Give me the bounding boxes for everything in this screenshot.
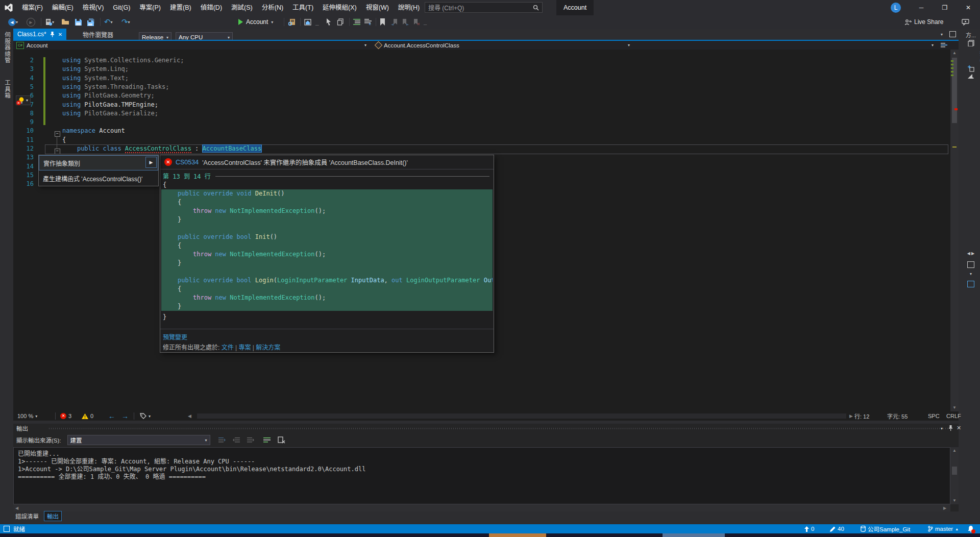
scroll-up-icon[interactable]: ▲ (950, 50, 959, 57)
pin-icon[interactable] (50, 32, 55, 37)
redo-icon[interactable]: ↷▾ (121, 17, 130, 27)
outgoing-commits[interactable]: 0 (804, 524, 814, 533)
start-debugging-button[interactable]: Account▾ (238, 17, 273, 27)
tab-object-browser[interactable]: 物件瀏覽器 (78, 29, 118, 40)
open-folder-icon[interactable] (61, 17, 69, 27)
add-item-icon[interactable] (962, 65, 980, 72)
search-tab[interactable]: 搜尋 (968, 50, 980, 63)
hscroll-left-icon[interactable]: ◀ (188, 411, 191, 421)
quick-search-box[interactable]: 搜尋 (Ctrl+Q) (425, 2, 543, 13)
solution-explorer-home-icon[interactable] (304, 17, 311, 27)
fix-in-document-link[interactable]: 文件 (222, 344, 234, 351)
clear-bookmarks-icon[interactable] (413, 17, 420, 27)
menu-item-Git(G)[interactable]: Git(G) (108, 0, 135, 15)
maximize-button[interactable]: ❐ (933, 0, 957, 15)
output-horizontal-scrollbar[interactable]: ◀ ▶ (13, 504, 950, 511)
tag-icon[interactable]: ▾ (140, 411, 151, 421)
preview-arrow-button[interactable]: ▶ (145, 157, 157, 168)
member-dropdown[interactable]: ▾ (636, 41, 940, 50)
warning-count[interactable]: 0 (82, 411, 93, 421)
properties-icon[interactable] (962, 40, 980, 46)
navigate-back-button[interactable]: ◄▾ (8, 17, 18, 27)
float-window-icon[interactable] (949, 31, 956, 37)
output-source-dropdown[interactable]: 建置▾ (67, 435, 210, 445)
menu-item-工具(T)[interactable]: 工具(T) (288, 0, 318, 15)
menu-item-視窗(W)[interactable]: 視窗(W) (361, 0, 394, 15)
clear-all-icon[interactable] (278, 436, 285, 444)
close-panel-icon[interactable]: ✕ (957, 425, 961, 431)
save-icon[interactable] (75, 17, 82, 27)
menu-item-說明(H)[interactable]: 說明(H) (394, 0, 424, 15)
editor-vertical-scrollbar[interactable]: ▲ ▼ (950, 50, 959, 411)
menu-item-分析(N)[interactable]: 分析(N) (257, 0, 288, 15)
feedback-icon[interactable] (962, 17, 969, 27)
menu-item-建置(B)[interactable]: 建置(B) (165, 0, 196, 15)
type-dropdown[interactable]: Account.AccessControlClass ▾ (373, 41, 636, 50)
pin-icon[interactable] (948, 425, 953, 431)
collapse-icon[interactable] (962, 74, 980, 80)
zoom-dropdown[interactable]: 100 %▾ (17, 411, 37, 421)
prev-bookmark-icon[interactable] (391, 17, 398, 27)
comment-lines-icon[interactable]: e (364, 17, 372, 27)
error-count[interactable]: ✕ 3 (60, 411, 71, 421)
repository-selector[interactable]: 公司Sample_Git (861, 524, 910, 533)
find-in-files-icon[interactable] (288, 17, 296, 27)
scroll-down-icon[interactable]: ▼ (950, 404, 959, 411)
copy-pages-icon[interactable] (337, 17, 344, 27)
next-change-arrow[interactable]: → (121, 411, 129, 421)
window-position-chevron-icon[interactable]: ▾ (941, 426, 943, 431)
editor-horizontal-scrollbar[interactable] (197, 413, 846, 419)
save-all-icon[interactable] (87, 17, 95, 27)
undo-icon[interactable]: ↶▾ (104, 17, 113, 27)
output-text-area[interactable]: 已開始重建...1>------ 已開始全部重建: 專案: Account, 組… (13, 447, 950, 504)
word-wrap-icon[interactable] (263, 437, 271, 444)
sidebar-item-toolbox[interactable]: 工具箱 (3, 80, 11, 99)
tab-class1[interactable]: Class1.cs* ✕ (13, 29, 66, 40)
navigate-forward-button[interactable]: ► (27, 17, 35, 27)
document-list-chevron-icon[interactable]: ▾ (941, 32, 943, 37)
solution-explorer-tab[interactable]: 方... (962, 31, 980, 39)
tab-error-list[interactable]: 錯誤清單 (13, 511, 41, 521)
close-tab-icon[interactable]: ✕ (58, 32, 62, 37)
avatar[interactable]: L (891, 3, 901, 13)
live-share-button[interactable]: Live Share (904, 17, 943, 27)
next-bookmark-icon[interactable] (402, 17, 409, 27)
indent-lines-icon[interactable] (353, 17, 360, 27)
fix-in-project-link[interactable]: 專案 (239, 344, 251, 351)
notification-bell[interactable] (968, 524, 974, 533)
menu-item-偵錯(D)[interactable]: 偵錯(D) (196, 0, 227, 15)
menu-item-implement-abstract-class[interactable]: 實作抽象類別 (39, 155, 158, 170)
background-tasks-icon[interactable] (4, 524, 10, 533)
fix-in-solution-link[interactable]: 解決方案 (256, 344, 280, 351)
window-box-blue-icon[interactable] (962, 281, 980, 287)
search-icon[interactable] (533, 5, 539, 11)
chevron-down-icon[interactable]: ▾ (962, 272, 980, 276)
tab-output[interactable]: 輸出 (44, 511, 62, 521)
drag-handle[interactable] (49, 428, 950, 429)
menu-item-測試(S)[interactable]: 測試(S) (227, 0, 257, 15)
minimize-button[interactable]: ─ (910, 0, 933, 15)
window-box-icon[interactable] (962, 261, 980, 268)
output-vertical-scrollbar[interactable]: ▲ ▼ (950, 447, 959, 504)
menu-item-檢視(V)[interactable]: 檢視(V) (78, 0, 109, 15)
output-title-bar[interactable]: 輸出 ▾ ✕ (13, 424, 959, 433)
menu-item-檔案(F)[interactable]: 檔案(F) (17, 0, 47, 15)
new-project-icon[interactable]: ▾ (45, 17, 54, 27)
menu-item-專案(P)[interactable]: 專案(P) (135, 0, 165, 15)
error-code-link[interactable]: CS0534 (176, 159, 199, 166)
fold-marker-namespace[interactable]: − (55, 131, 60, 137)
preview-changes-link[interactable]: 預覽變更 (163, 332, 187, 341)
bookmark-icon[interactable] (380, 17, 385, 27)
project-dropdown[interactable]: C# Account ▾ (13, 41, 373, 50)
hscroll-right-icon[interactable]: ▶ (849, 411, 853, 421)
sidebar-item-server-explorer[interactable]: 伺服器總管 (3, 32, 11, 64)
menu-item-generate-constructor[interactable]: 產生建構函式 'AccessControlClass()' (39, 170, 158, 186)
prev-change-arrow[interactable]: ← (108, 411, 115, 421)
lightbulb-quick-action[interactable]: ✕ ▾ (16, 95, 31, 105)
dock-nav-arrows[interactable]: ◀ ▶ (962, 251, 980, 256)
menu-item-延伸模組(X)[interactable]: 延伸模組(X) (318, 0, 361, 15)
sync-with-active-document-icon[interactable] (326, 17, 332, 27)
close-button[interactable]: ✕ (957, 0, 980, 15)
branch-selector[interactable]: master ▲ (928, 524, 959, 533)
navbar-options-icon[interactable] (941, 42, 947, 48)
